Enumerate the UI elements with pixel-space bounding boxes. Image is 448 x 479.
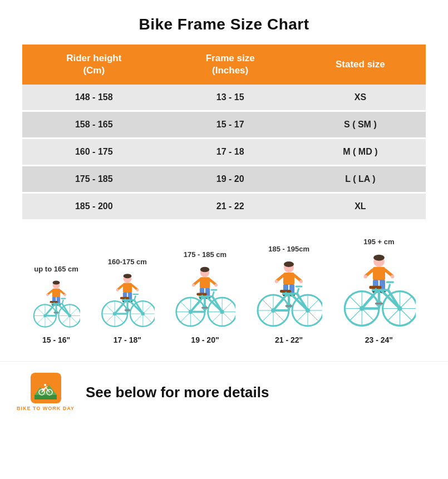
- logo-icon: [31, 373, 61, 403]
- cell-frame-3: 19 - 20: [165, 166, 295, 193]
- page-title: Bike Frame Size Chart: [0, 0, 448, 45]
- svg-point-111: [299, 280, 303, 283]
- bike-illustration-svg: [255, 258, 322, 330]
- svg-rect-2: [52, 289, 60, 298]
- svg-line-109: [294, 275, 301, 281]
- cell-height-1: 158 - 165: [22, 111, 165, 139]
- size-label-1: 17 - 18": [114, 335, 141, 344]
- svg-point-110: [275, 280, 278, 283]
- svg-line-144: [385, 270, 392, 276]
- table-row: 160 - 17517 - 18M ( MD ): [22, 139, 426, 166]
- bike-illustration-svg: [174, 263, 235, 330]
- bike-illustration-svg: [342, 250, 416, 330]
- svg-line-31: [62, 300, 63, 304]
- cell-stated-4: XL: [295, 193, 426, 220]
- svg-point-145: [363, 275, 367, 279]
- cell-frame-2: 17 - 18: [165, 139, 295, 166]
- footer: BIKE TO WORK DAY See below for more deta…: [0, 361, 448, 423]
- height-label-1: 160-175 cm: [108, 258, 147, 266]
- cell-frame-0: 13 - 15: [165, 85, 295, 111]
- bike-figure-4: 195 + cm: [342, 238, 416, 344]
- svg-point-141: [373, 255, 385, 261]
- svg-rect-142: [373, 267, 385, 280]
- svg-rect-37: [123, 283, 132, 293]
- svg-line-184: [46, 387, 47, 387]
- col-header-stated: Stated size: [295, 45, 426, 85]
- svg-point-146: [391, 275, 395, 279]
- svg-line-143: [366, 270, 373, 276]
- bike-svg-container-0: [32, 278, 80, 330]
- cell-stated-1: S ( SM ): [295, 111, 426, 139]
- col-header-height: Rider height(Cm): [22, 45, 165, 85]
- svg-point-40: [116, 289, 119, 292]
- bike-figure-0: up to 165 cm: [32, 265, 80, 344]
- cell-height-2: 160 - 175: [22, 139, 165, 166]
- svg-line-74: [210, 280, 216, 285]
- cell-height-4: 185 - 200: [22, 193, 165, 220]
- height-label-4: 195 + cm: [363, 238, 394, 246]
- svg-point-41: [136, 289, 139, 292]
- height-label-0: up to 165 cm: [34, 265, 78, 273]
- bike-illustrations: up to 165 cm: [22, 238, 426, 344]
- svg-rect-72: [200, 277, 210, 288]
- svg-line-66: [134, 296, 135, 300]
- bike-figure-3: 185 - 195cm: [255, 245, 322, 344]
- cell-stated-3: L ( LA ): [295, 166, 426, 193]
- table-row: 185 - 20021 - 22XL: [22, 193, 426, 220]
- size-chart-table: Rider height(Cm) Frame size(Inches) Stat…: [22, 45, 426, 221]
- table-row: 158 - 16515 - 17S ( SM ): [22, 111, 426, 139]
- size-label-4: 23 - 24": [365, 335, 393, 344]
- cell-height-3: 175 - 185: [22, 166, 165, 193]
- svg-point-75: [193, 284, 196, 287]
- svg-rect-177: [35, 395, 57, 399]
- svg-point-36: [123, 274, 131, 278]
- svg-line-108: [277, 275, 283, 281]
- svg-line-39: [132, 285, 137, 290]
- svg-line-3: [47, 291, 52, 295]
- cell-frame-1: 15 - 17: [165, 111, 295, 139]
- bike-svg-container-3: [255, 258, 322, 330]
- size-label-3: 21 - 22": [275, 335, 303, 344]
- svg-line-171: [388, 284, 390, 290]
- logo: BIKE TO WORK DAY: [17, 373, 75, 412]
- svg-point-71: [200, 267, 210, 272]
- svg-line-73: [194, 280, 200, 285]
- bike-svg-container-4: [342, 250, 416, 330]
- bike-figure-1: 160-175 cm: [100, 258, 155, 344]
- svg-line-4: [60, 291, 65, 295]
- bike-logo-icon: [35, 377, 57, 399]
- svg-point-1: [53, 281, 60, 285]
- bike-svg-container-2: [174, 263, 235, 330]
- table-row: 175 - 18519 - 20L ( LA ): [22, 166, 426, 193]
- svg-point-6: [64, 294, 66, 296]
- svg-line-136: [297, 288, 299, 294]
- svg-point-5: [46, 294, 48, 296]
- bike-illustration-svg: [32, 278, 80, 330]
- bike-figure-2: 175 - 185 cm: [174, 250, 235, 344]
- size-label-0: 15 - 16": [42, 335, 70, 344]
- footer-tagline: See below for more details: [86, 384, 269, 401]
- svg-point-76: [215, 284, 218, 287]
- cell-stated-0: XS: [295, 85, 426, 111]
- cell-frame-4: 21 - 22: [165, 193, 295, 220]
- logo-text: BIKE TO WORK DAY: [17, 406, 75, 412]
- size-label-2: 19 - 20": [191, 335, 219, 344]
- svg-point-106: [284, 261, 294, 267]
- col-header-frame: Frame size(Inches): [165, 45, 295, 85]
- cell-stated-2: M ( MD ): [295, 139, 426, 166]
- svg-point-187: [44, 384, 46, 386]
- height-label-3: 185 - 195cm: [268, 245, 309, 253]
- cell-height-0: 148 - 158: [22, 85, 165, 111]
- bike-illustration-svg: [100, 270, 155, 330]
- bike-svg-container-1: [100, 270, 155, 330]
- table-row: 148 - 15813 - 15XS: [22, 85, 426, 111]
- height-label-2: 175 - 185 cm: [184, 250, 227, 259]
- svg-rect-107: [283, 273, 294, 285]
- svg-line-101: [213, 292, 214, 297]
- svg-line-38: [117, 285, 123, 290]
